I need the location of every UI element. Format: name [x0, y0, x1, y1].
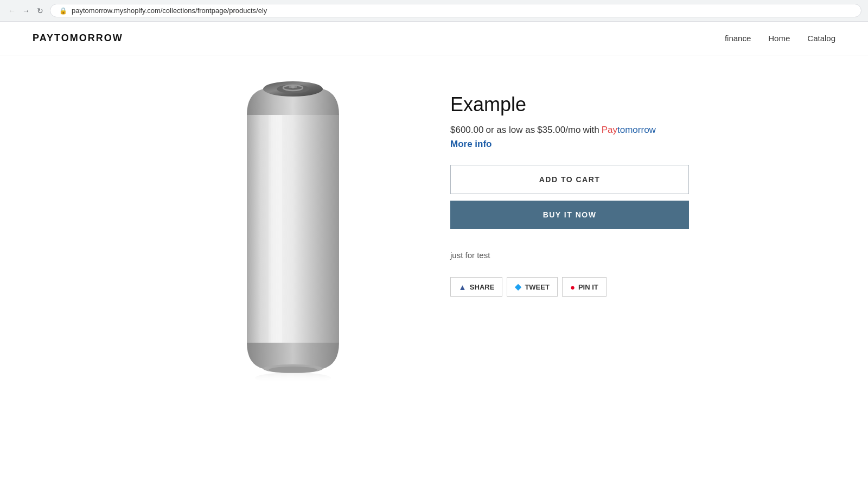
add-to-cart-button[interactable]: ADD TO CART: [450, 165, 689, 194]
address-bar[interactable]: 🔒 paytomorrow.myshopify.com/collections/…: [50, 4, 861, 17]
browser-nav-buttons: ← → ↻: [7, 5, 46, 16]
nav-link-finance[interactable]: finance: [725, 34, 751, 43]
twitter-icon: ◆: [515, 282, 521, 292]
svg-rect-7: [271, 115, 277, 343]
site-nav: finance Home Catalog: [725, 34, 835, 43]
pinterest-icon: ●: [570, 282, 575, 292]
svg-point-10: [255, 373, 331, 381]
product-image-area: [179, 77, 407, 381]
product-page: Example $600.00 or as low as $35.00/mo w…: [0, 55, 868, 486]
reload-button[interactable]: ↻: [35, 5, 46, 16]
lock-icon: 🔒: [59, 7, 67, 15]
product-details: Example $600.00 or as low as $35.00/mo w…: [450, 77, 689, 297]
share-pinterest-button[interactable]: ● PIN IT: [562, 277, 607, 297]
product-price: $600.00: [450, 125, 483, 136]
svg-rect-0: [247, 115, 339, 343]
url-text: paytomorrow.myshopify.com/collections/fr…: [72, 7, 267, 15]
nav-link-catalog[interactable]: Catalog: [807, 34, 835, 43]
social-buttons: ▲ SHARE ◆ TWEET ● PIN IT: [450, 277, 689, 297]
share-facebook-button[interactable]: ▲ SHARE: [450, 277, 502, 297]
more-info-link[interactable]: More info: [450, 139, 689, 150]
financing-amount: $35.00/mo: [537, 125, 580, 136]
paytomorrow-brand-link[interactable]: Paytomorrow: [602, 125, 656, 136]
share-label: SHARE: [470, 283, 495, 291]
financing-prefix: or as low as: [486, 125, 535, 136]
product-title: Example: [450, 93, 689, 116]
product-image: [222, 77, 363, 381]
site-logo[interactable]: PAYTOMORROW: [33, 33, 123, 44]
svg-point-5: [291, 85, 295, 88]
site-header: PAYTOMORROW finance Home Catalog: [0, 22, 868, 55]
svg-point-9: [269, 367, 317, 373]
financing-with: with: [583, 125, 599, 136]
pin-label: PIN IT: [578, 283, 598, 291]
brand-pay: Pay: [602, 125, 617, 135]
can-svg: [233, 77, 353, 381]
brand-tomorrow: tomorrow: [617, 125, 656, 135]
facebook-icon: ▲: [458, 282, 467, 292]
forward-button[interactable]: →: [21, 5, 31, 16]
buy-it-now-button[interactable]: BUY IT NOW: [450, 201, 689, 229]
nav-link-home[interactable]: Home: [768, 34, 790, 43]
browser-chrome: ← → ↻ 🔒 paytomorrow.myshopify.com/collec…: [0, 0, 868, 22]
back-button[interactable]: ←: [7, 5, 17, 16]
product-description: just for test: [450, 251, 689, 260]
product-pricing: $600.00 or as low as $35.00/mo with Payt…: [450, 125, 689, 136]
tweet-label: TWEET: [525, 283, 550, 291]
share-twitter-button[interactable]: ◆ TWEET: [507, 277, 558, 297]
